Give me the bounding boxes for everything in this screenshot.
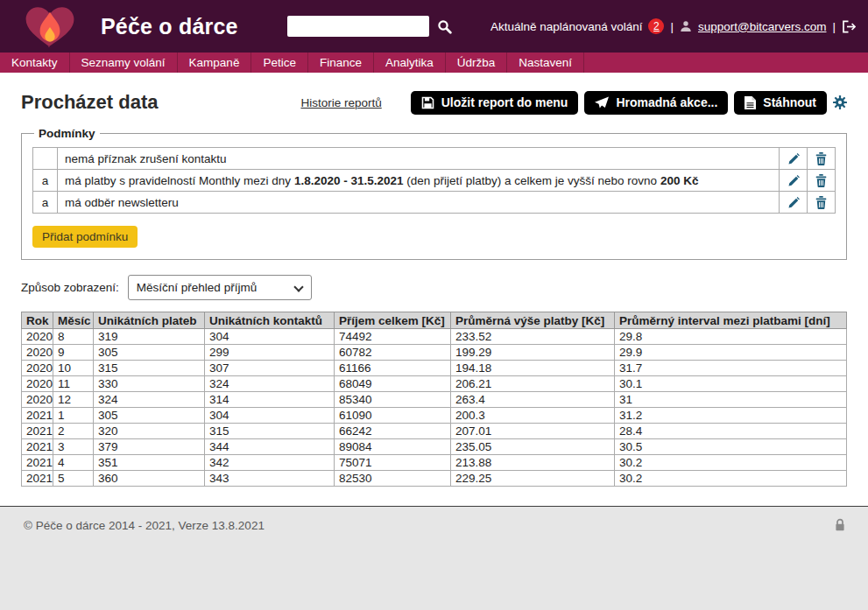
cell: 263.4: [451, 392, 615, 408]
cell: 10: [53, 361, 94, 376]
cell: 200.3: [451, 408, 615, 424]
column-header: Unikátních kontaktů: [205, 312, 335, 329]
condition-row: nemá příznak zrušení kontaktu: [33, 148, 836, 170]
app-title: Péče o dárce: [101, 14, 238, 39]
cell: 324: [205, 376, 335, 392]
save-report-button[interactable]: Uložit report do menu: [411, 91, 579, 115]
cell: 351: [94, 455, 205, 471]
delete-condition-button[interactable]: [815, 174, 827, 187]
table-row: 2020831930474492233.5229.8: [22, 329, 847, 345]
display-mode-select[interactable]: Měsíční přehled příjmů: [128, 275, 312, 300]
cell: 305: [94, 408, 205, 424]
cell: 8: [53, 329, 94, 345]
cell: 2021: [22, 455, 53, 471]
cell: 315: [205, 424, 335, 439]
lock-icon: [835, 518, 845, 531]
nav-tab-nastaveni[interactable]: Nastavení: [507, 53, 584, 73]
delete-condition-button[interactable]: [815, 152, 827, 165]
cell: 304: [205, 408, 335, 424]
report-settings-button[interactable]: [833, 95, 847, 109]
search-input[interactable]: [287, 16, 429, 37]
table-row: 2021337934489084235.0530.5: [22, 439, 847, 455]
cell: 85340: [335, 392, 451, 408]
nav-tab-finance[interactable]: Finance: [308, 53, 374, 73]
heart-flame-logo: [23, 6, 77, 48]
pencil-icon: [787, 175, 800, 187]
condition-operator: a: [33, 170, 58, 192]
cell: 2020: [22, 392, 53, 408]
logout-icon[interactable]: [842, 20, 856, 33]
cell: 307: [205, 361, 335, 376]
cell: 379: [94, 439, 205, 455]
cell: 66242: [335, 424, 451, 439]
cell: 2020: [22, 376, 53, 392]
nav-tab-analytika[interactable]: Analytika: [374, 53, 446, 73]
cell: 235.05: [451, 439, 615, 455]
nav-tab-kampane[interactable]: Kampaně: [178, 53, 252, 73]
cell: 207.01: [451, 424, 615, 439]
report-history-link[interactable]: Historie reportů: [300, 96, 381, 109]
nav-tab-seznamy-volani[interactable]: Seznamy volání: [70, 53, 178, 73]
table-row: 20201031530761166194.1831.7: [22, 361, 847, 376]
edit-condition-button[interactable]: [787, 175, 800, 187]
cell: 1: [53, 408, 94, 424]
cell: 194.18: [451, 361, 615, 376]
cell: 31: [615, 392, 847, 408]
column-header: Průměrný interval mezi platbami [dní]: [615, 312, 847, 329]
column-header: Měsíc: [53, 312, 94, 329]
cell: 2021: [22, 471, 53, 487]
display-mode-select-wrap: Měsíční přehled příjmů: [128, 275, 312, 300]
column-header: Příjem celkem [Kč]: [335, 312, 451, 329]
planned-calls-badge[interactable]: 2: [648, 18, 664, 34]
cell: 89084: [335, 439, 451, 455]
condition-delete-cell: [808, 170, 836, 192]
column-header: Průměrná výše platby [Kč]: [451, 312, 615, 329]
nav-tab-petice[interactable]: Petice: [251, 53, 308, 73]
cell: 2021: [22, 439, 53, 455]
cell: 74492: [335, 329, 451, 345]
bulk-action-button[interactable]: Hromadná akce...: [584, 91, 728, 115]
cell: 2: [53, 424, 94, 439]
nav-tab-udrzba[interactable]: Údržba: [446, 53, 508, 73]
download-button[interactable]: Stáhnout: [734, 91, 827, 115]
cell: 319: [94, 329, 205, 345]
cell: 360: [94, 471, 205, 487]
cell: 330: [94, 376, 205, 392]
cell: 30.1: [615, 376, 847, 392]
cell: 299: [205, 345, 335, 361]
cell: 68049: [335, 376, 451, 392]
save-icon: [421, 96, 434, 109]
column-header: Rok: [22, 312, 53, 329]
cell: 229.25: [451, 471, 615, 487]
condition-text: nemá příznak zrušení kontaktu: [58, 148, 780, 170]
edit-condition-button[interactable]: [787, 197, 800, 209]
page-title: Procházet data: [21, 91, 159, 114]
report-table: RokMěsícUnikátních platebUnikátních kont…: [21, 312, 847, 487]
copyright-text: © Péče o dárce 2014 - 2021, Verze 13.8.2…: [0, 507, 868, 532]
cell: 30.2: [615, 471, 847, 487]
edit-condition-button[interactable]: [787, 153, 800, 165]
cell: 30.5: [615, 439, 847, 455]
cell: 320: [94, 424, 205, 439]
add-condition-button[interactable]: Přidat podmínku: [32, 226, 138, 248]
table-row: 2021232031566242207.0128.4: [22, 424, 847, 439]
cell: 233.52: [451, 329, 615, 345]
header-user-area: Aktuálně naplánovaná volání 2 | support@…: [490, 18, 856, 34]
condition-delete-cell: [808, 148, 836, 170]
delete-condition-button[interactable]: [815, 196, 827, 209]
cell: 2020: [22, 361, 53, 376]
user-email-link[interactable]: support@bitcarvers.com: [698, 20, 827, 33]
cell: 2020: [22, 345, 53, 361]
cell: 342: [205, 455, 335, 471]
table-row: 2021130530461090200.331.2: [22, 408, 847, 424]
search-icon[interactable]: [437, 19, 452, 34]
nav-tab-kontakty[interactable]: Kontakty: [0, 53, 70, 73]
cell: 31.2: [615, 408, 847, 424]
app-header: Péče o dárce Aktuálně naplánovaná volání…: [0, 0, 868, 53]
table-row: 20201133032468049206.2130.1: [22, 376, 847, 392]
trash-icon: [815, 174, 827, 187]
separator: |: [670, 20, 674, 33]
condition-text: má odběr newsletteru: [58, 192, 780, 214]
cell: 61090: [335, 408, 451, 424]
page-root: Péče o dárce Aktuálně naplánovaná volání…: [0, 0, 868, 610]
